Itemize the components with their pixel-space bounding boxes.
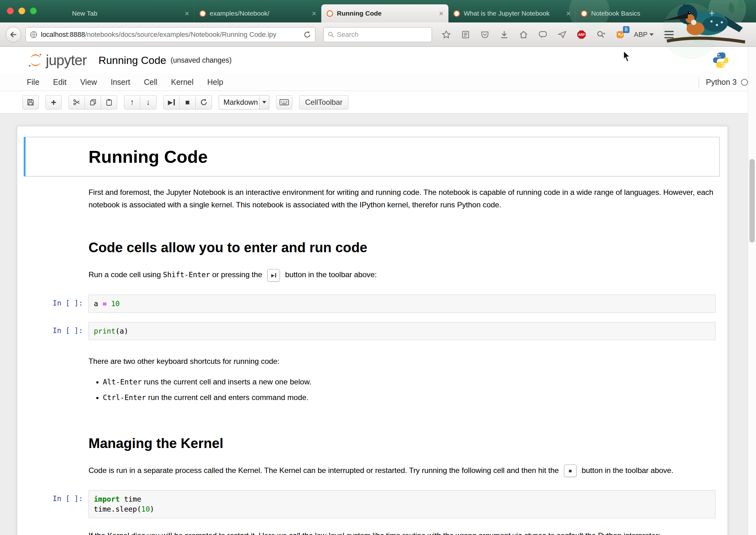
tab-notebook-basics[interactable]: Notebook Basics ×: [576, 4, 703, 22]
restart-icon: [200, 98, 208, 106]
command-palette-button[interactable]: [276, 95, 292, 109]
section-heading-kernel: Managing the Kernel: [89, 436, 716, 451]
jupyter-logo[interactable]: jupyter: [27, 52, 87, 69]
url-bar[interactable]: localhost:8888/notebooks/docs/source/exa…: [26, 27, 315, 42]
menu-insert[interactable]: Insert: [111, 78, 130, 87]
save-status: (unsaved changes): [171, 56, 231, 65]
abp-menu-button[interactable]: ABP: [634, 31, 654, 39]
menu-file[interactable]: File: [27, 78, 39, 87]
tab-running-code[interactable]: Running Code ×: [321, 4, 448, 22]
notebook-menubar: File Edit View Insert Cell Kernel Help P…: [0, 73, 756, 91]
paste-cells-button[interactable]: [101, 95, 117, 109]
code-input-area[interactable]: print(a): [89, 322, 716, 340]
tab-close-icon[interactable]: ×: [693, 10, 698, 17]
save-button[interactable]: [22, 95, 39, 109]
inline-stop-button-image: ■: [564, 465, 577, 477]
code-cell-a-equals-10[interactable]: In [ ]: a = 10: [25, 294, 719, 313]
move-cell-down-button[interactable]: ↓: [140, 95, 156, 109]
markdown-cell-kernel-para[interactable]: Code is run in a separate process called…: [25, 464, 719, 478]
code-cell-print-a[interactable]: In [ ]: print(a): [25, 322, 719, 340]
jupyter-favicon-icon: [453, 10, 460, 17]
menu-help[interactable]: Help: [207, 78, 223, 87]
menu-hamburger-button[interactable]: [664, 31, 674, 38]
menu-kernel[interactable]: Kernel: [171, 78, 194, 87]
extension-badge-count: 8: [623, 26, 630, 33]
jupyter-favicon-icon: [581, 10, 587, 17]
minimize-window-button[interactable]: [18, 8, 25, 14]
menu-cell[interactable]: Cell: [144, 78, 157, 87]
tab-close-icon[interactable]: ×: [184, 10, 189, 17]
site-identity-globe-icon: [30, 31, 38, 39]
scrollbar-thumb[interactable]: [749, 159, 755, 242]
tab-close-icon[interactable]: ×: [311, 10, 316, 17]
markdown-cell-intro[interactable]: First and foremost, the Jupyter Notebook…: [25, 186, 719, 211]
search-input[interactable]: [337, 31, 428, 39]
tab-what-is-jupyter[interactable]: What is the Jupyter Notebook ×: [448, 4, 576, 22]
bookmarks-menu-icon[interactable]: [460, 29, 471, 40]
copy-cells-button[interactable]: [85, 95, 101, 109]
markdown-cell-shortcut-list[interactable]: Alt-Enter runs the current cell and inse…: [25, 375, 719, 407]
code-input-area[interactable]: a = 10: [89, 295, 716, 313]
run-cell-button[interactable]: ▶: [163, 95, 179, 109]
jupyter-favicon-icon: [200, 10, 206, 17]
markdown-cell-bottom[interactable]: If the Kernel dies you will be prompted …: [25, 529, 719, 535]
insert-cell-button[interactable]: +: [45, 95, 62, 109]
menu-view[interactable]: View: [80, 78, 97, 87]
cut-cells-button[interactable]: [68, 95, 85, 109]
url-text[interactable]: localhost:8888/notebooks/docs/source/exa…: [41, 31, 300, 39]
scrollbar-track[interactable]: [748, 47, 756, 535]
back-button[interactable]: [6, 27, 21, 42]
restart-kernel-button[interactable]: [196, 95, 212, 109]
reload-icon[interactable]: [303, 31, 311, 39]
notebook-h1: Running Code: [89, 147, 716, 167]
run-button-group: ▶ ■: [163, 95, 212, 109]
download-icon[interactable]: [499, 29, 510, 40]
url-host: localhost:8888: [41, 31, 85, 38]
hello-chat-icon[interactable]: [537, 29, 549, 40]
section-heading-code-cells: Code cells allow you to enter and run co…: [89, 240, 716, 255]
browser-chrome: New Tab × examples/Notebook/ × Running C…: [0, 0, 756, 47]
toolbar-icons: ABP 8 ABP: [441, 29, 654, 40]
edit-button-group: [68, 95, 117, 109]
tab-close-icon[interactable]: ×: [439, 10, 444, 17]
close-window-button[interactable]: [7, 8, 14, 14]
notebook-title[interactable]: Running Code: [98, 54, 166, 67]
tab-new-tab[interactable]: New Tab ×: [67, 4, 194, 22]
markdown-cell-h2-kernel[interactable]: Managing the Kernel: [25, 435, 719, 451]
code-cell-import-time[interactable]: In [ ]: import time time.sleep(10): [25, 490, 719, 519]
url-path: /notebooks/docs/source/examples/Notebook…: [85, 31, 276, 38]
cell-type-select[interactable]: Markdown: [219, 95, 269, 109]
notebook-scroll-area[interactable]: Running Code First and foremost, the Jup…: [0, 113, 756, 535]
code-input-area[interactable]: import time time.sleep(10): [89, 490, 716, 518]
chevron-down-icon: [649, 33, 654, 36]
input-prompt: In [ ]:: [26, 295, 89, 313]
home-icon[interactable]: [518, 29, 529, 40]
zoom-tool-icon[interactable]: [595, 29, 607, 40]
input-prompt: In [ ]:: [26, 322, 89, 340]
interrupt-kernel-button[interactable]: ■: [179, 95, 196, 109]
bookmark-star-icon[interactable]: [441, 29, 452, 40]
move-cell-up-button[interactable]: ↑: [124, 95, 140, 109]
tab-examples-notebook[interactable]: examples/Notebook/ ×: [194, 4, 321, 22]
celltoolbar-button[interactable]: CellToolbar: [299, 95, 348, 109]
jupyter-logo-icon: [27, 52, 44, 69]
menu-edit[interactable]: Edit: [53, 78, 67, 87]
tab-label: Notebook Basics: [591, 10, 689, 17]
markdown-cell-heading[interactable]: Running Code: [24, 137, 719, 177]
markdown-cell-shortcuts[interactable]: There are two other keyboard shortcuts f…: [25, 355, 719, 368]
adblock-stop-icon[interactable]: ABP: [576, 29, 587, 40]
share-plane-icon[interactable]: [556, 29, 568, 40]
select-arrow[interactable]: [259, 96, 269, 109]
jupyter-logo-text: jupyter: [46, 52, 87, 69]
notebook-toolbar: + ↑ ↓ ▶ ■ Markdown CellToolbar: [0, 91, 756, 113]
extension-icon[interactable]: 8: [614, 29, 626, 40]
pocket-icon[interactable]: [479, 29, 491, 40]
tab-close-icon[interactable]: ×: [566, 10, 571, 17]
search-bar[interactable]: [323, 27, 432, 42]
inline-run-button-image: ▶: [267, 269, 280, 282]
new-tab-button[interactable]: +: [709, 8, 715, 18]
markdown-cell-run-instruction[interactable]: Run a code cell using Shift-Enter or pre…: [25, 268, 719, 282]
markdown-cell-h2-code[interactable]: Code cells allow you to enter and run co…: [25, 239, 719, 256]
zoom-window-button[interactable]: [30, 8, 37, 14]
kernel-idle-indicator-icon: [741, 79, 748, 86]
